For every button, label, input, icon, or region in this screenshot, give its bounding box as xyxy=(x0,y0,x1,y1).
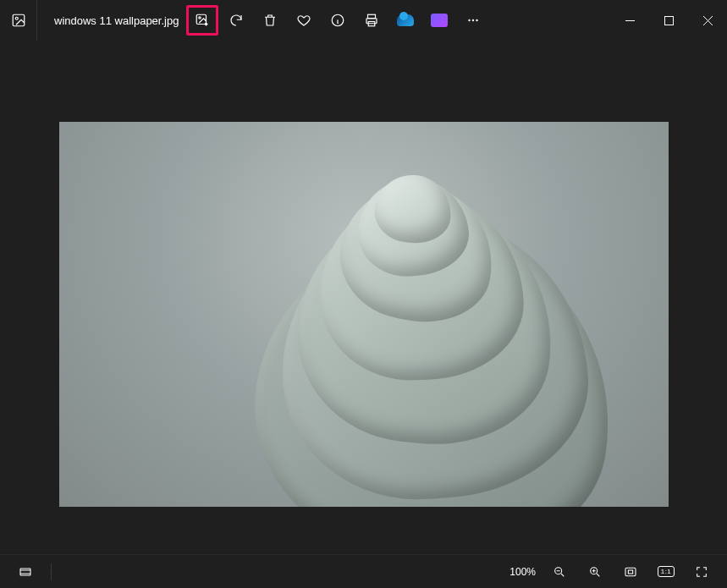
print-button[interactable] xyxy=(355,5,388,36)
svg-point-9 xyxy=(472,19,474,21)
zoom-in-icon xyxy=(588,565,602,579)
rotate-icon xyxy=(229,13,244,28)
onedrive-icon xyxy=(397,14,414,26)
info-icon xyxy=(330,13,345,28)
svg-rect-5 xyxy=(368,14,376,19)
photos-app-icon xyxy=(11,13,26,28)
svg-point-8 xyxy=(468,19,470,21)
zoom-out-button[interactable] xyxy=(544,558,575,585)
app-icon[interactable] xyxy=(0,0,37,41)
trash-icon xyxy=(262,13,278,28)
print-icon xyxy=(364,13,379,28)
svg-rect-15 xyxy=(625,568,636,575)
zoom-out-icon xyxy=(553,565,566,579)
zoom-level-label: 100% xyxy=(509,566,536,578)
svg-rect-16 xyxy=(628,570,632,574)
displayed-image xyxy=(59,122,669,507)
minimize-icon xyxy=(625,16,635,25)
titlebar: windows 11 wallpaper.jpg xyxy=(0,0,727,41)
top-toolbar xyxy=(186,5,489,36)
image-viewport[interactable] xyxy=(0,41,727,554)
svg-point-10 xyxy=(476,19,477,21)
actual-size-icon: 1:1 xyxy=(658,566,675,577)
favorite-button[interactable] xyxy=(288,5,320,36)
filmstrip-button[interactable] xyxy=(10,558,41,585)
onedrive-button[interactable] xyxy=(389,5,421,36)
maximize-icon xyxy=(664,16,674,25)
more-button[interactable] xyxy=(457,5,489,36)
edit-image-icon xyxy=(195,13,210,28)
svg-point-3 xyxy=(199,17,201,19)
clipchamp-button[interactable] xyxy=(423,5,455,36)
zoom-in-button[interactable] xyxy=(580,558,610,585)
fullscreen-button[interactable] xyxy=(686,558,717,585)
minimize-button[interactable] xyxy=(610,7,649,34)
bloom-graphic xyxy=(290,168,668,507)
fullscreen-icon xyxy=(695,565,708,579)
maximize-button[interactable] xyxy=(649,7,688,34)
window-controls xyxy=(610,7,727,34)
filename-label: windows 11 wallpaper.jpg xyxy=(37,14,181,27)
close-icon xyxy=(703,16,713,25)
heart-icon xyxy=(296,13,311,28)
zoom-fit-button[interactable] xyxy=(615,558,646,585)
info-button[interactable] xyxy=(322,5,354,36)
svg-rect-12 xyxy=(20,569,30,575)
fit-icon xyxy=(624,565,637,579)
delete-button[interactable] xyxy=(254,5,286,36)
clipchamp-icon xyxy=(431,14,448,27)
svg-rect-0 xyxy=(13,14,25,26)
rotate-button[interactable] xyxy=(220,5,252,36)
divider xyxy=(51,563,52,580)
filmstrip-icon xyxy=(19,565,32,579)
edit-image-button[interactable] xyxy=(186,5,218,36)
actual-size-button[interactable]: 1:1 xyxy=(651,558,681,585)
footer-bar: 100% 1:1 xyxy=(0,554,727,588)
close-button[interactable] xyxy=(688,7,727,34)
ellipsis-icon xyxy=(465,13,481,28)
svg-point-1 xyxy=(15,17,18,19)
svg-rect-11 xyxy=(664,16,673,25)
